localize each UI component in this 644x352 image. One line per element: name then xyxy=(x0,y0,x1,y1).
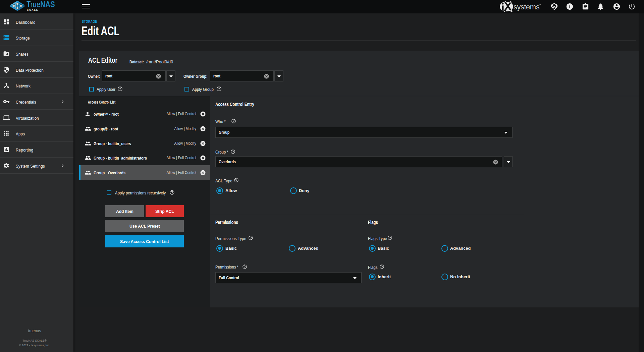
svg-text:™: ™ xyxy=(539,4,541,6)
svg-text:systems: systems xyxy=(514,3,540,11)
